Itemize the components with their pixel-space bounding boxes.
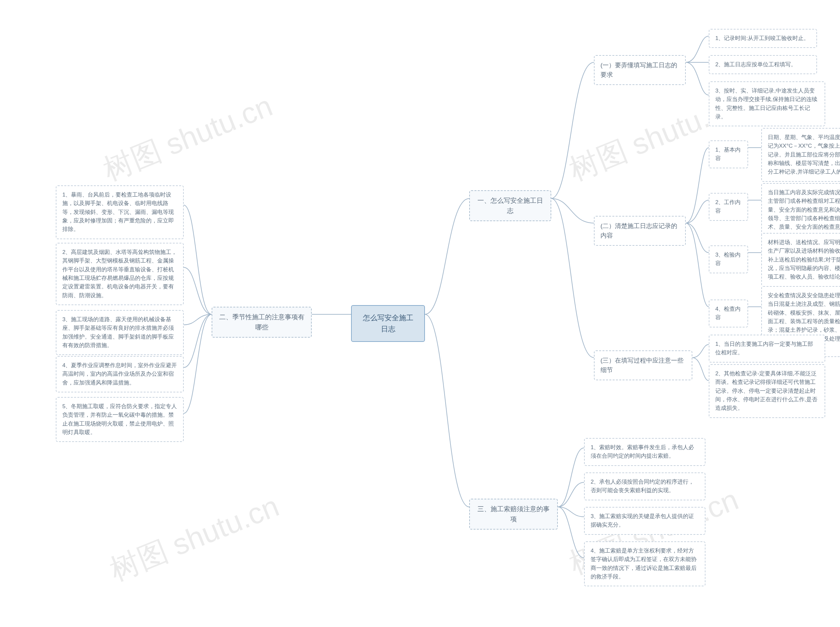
b3-item-2: 2、承包人必须按照合同约定的程序进行，否则可能会丧失索赔利益的实现。 xyxy=(584,473,706,500)
b1s2-title-1: 1、基本内容 xyxy=(709,140,748,168)
b1s2-title-2: 2、工作内容 xyxy=(709,193,748,221)
b1s3-item-2: 2、其他检查记录-定要具体详细,不能泛泛而谈。检查记录记得很详细还可代替施工记录… xyxy=(709,364,825,418)
b1s2-title-4: 4、检查内容 xyxy=(709,299,748,328)
branch-1-sub-2: (二）清楚施工日志应记录的内容 xyxy=(594,216,686,246)
branch-1-sub-3: (三）在填写过程中应注意一些细节 xyxy=(594,350,692,380)
b2-item-3: 3、施工现场的道路、露天使用的机械设备基座、脚手架基础等应有良好的排水措施并必须… xyxy=(56,310,184,355)
b2-item-2: 2、高层建筑及烟囱、水塔等高耸构筑物施工，其钢脚手架、大型钢模板及钢筋工程、金属… xyxy=(56,243,184,305)
b3-item-4: 4、施工索赔是单方主张权利要求，经对方签字确认后即成为工程签证，在双方未能协商一… xyxy=(584,541,706,586)
b1s2-title-3: 3、检验内容 xyxy=(709,246,748,273)
b3-item-3: 3、施工索赔实现的关键是承包人提供的证据确实充分。 xyxy=(584,507,706,535)
b3-item-1: 1、索赔时效。索赔事件发生后，承包人必须在合同约定的时间内提出索赔。 xyxy=(584,438,706,466)
b1s1-item-3: 3、按时、实、详细记录,中途发生人员变动，应当办理交接手续,保持施日记的连续性、… xyxy=(709,81,825,126)
root-node: 怎么写安全施工日志 xyxy=(351,305,425,342)
b1s2-detail-3: 材料进场、送检情况。应写明批号、数量、生产厂家以及进场材料的验收情况。并且要补上… xyxy=(761,233,840,287)
b2-item-1: 1、暴雨、台风前后，要检查工地各项临时设施，以及脚手架、机电设备、临时用电线路等… xyxy=(56,185,184,239)
branch-1: 一、怎么写安全施工日志 xyxy=(469,190,551,221)
branch-1-sub-1: (一）要弄懂填写施工日志的要求 xyxy=(594,55,686,85)
watermark: 树图 shutu.cn xyxy=(98,86,278,190)
b1s1-item-2: 2、施工日志应按单位工程填写。 xyxy=(709,55,817,74)
b1s1-item-1: 1、记录时间:从开工到竣工验收时止。 xyxy=(709,29,817,48)
branch-3: 三、施工索赔须注意的事项 xyxy=(469,499,558,529)
b2-item-5: 5、冬期施工取暖，应符合防火要求，指定专人负责管理，并有防止一氧化碳中毒的措施。… xyxy=(56,397,184,442)
b1s2-detail-1: 日期、星期、气象、平均温度。平均温度可记为XX°C－XX°C，气象按上午和下午分… xyxy=(761,128,840,182)
watermark: 树图 shutu.cn xyxy=(104,486,285,590)
b1s3-item-1: 1、当日的主要施工内容一定要与施工部位相对应。 xyxy=(709,335,825,362)
b2-item-4: 4、夏季作业应调整作息时间，室外作业应避开高温时间，室内的高温作业场所及办公室和… xyxy=(56,356,184,392)
branch-2: 二、季节性施工的注意事项有哪些 xyxy=(212,307,312,338)
